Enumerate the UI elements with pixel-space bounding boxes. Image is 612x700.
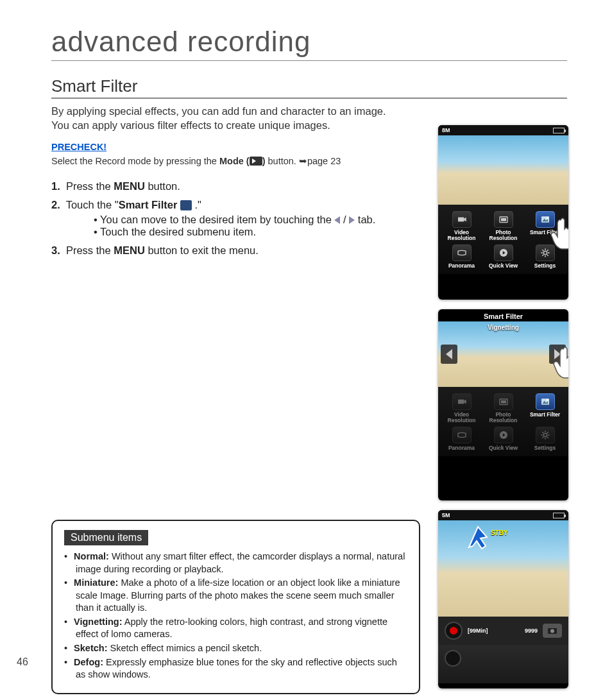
svg-rect-17 (458, 400, 464, 404)
submenu-item: Defog: Expressly emphasize blue tones fo… (64, 656, 407, 681)
svg-rect-0 (458, 218, 464, 222)
step-1: 1. Press the MENU button. (51, 180, 430, 192)
submenu-box: Submenu items Normal: Without any smart … (51, 520, 420, 694)
chevron-right-icon (349, 216, 355, 224)
menu-settings[interactable]: Settings (524, 427, 566, 451)
menu-quick-view[interactable]: Quick View (482, 427, 524, 451)
status-bar: 5M (438, 510, 568, 520)
grip-area (438, 645, 568, 683)
stby-label: STBY (491, 529, 508, 536)
device-screenshot-record: 5M STBY [99Min] 9999 (438, 510, 568, 688)
svg-rect-19 (501, 400, 506, 404)
filter-preview: Vignetting (438, 321, 568, 387)
section-title: Smart Filter (51, 76, 567, 99)
shots-remaining: 9999 (525, 627, 538, 634)
battery-icon (553, 513, 565, 518)
touch-hand-icon (550, 344, 568, 379)
svg-line-33 (547, 432, 548, 433)
svg-marker-34 (469, 527, 487, 549)
control-bar: [99Min] 9999 (438, 617, 568, 645)
chevron-left-icon (334, 216, 340, 224)
smart-filter-icon (180, 200, 192, 210)
mode-icon (250, 157, 262, 166)
secondary-button[interactable] (445, 650, 461, 667)
svg-point-22 (547, 399, 548, 401)
svg-line-14 (547, 254, 548, 255)
svg-line-32 (542, 436, 543, 438)
steps-list: 1. Press the MENU button. 2. Touch the "… (51, 180, 430, 257)
svg-line-15 (542, 254, 543, 255)
chapter-title: advanced recording (51, 26, 567, 61)
device-screenshot-menu: 8M Video Resolution Photo Resolution Sma… (438, 125, 568, 300)
submenu-item: Sketch: Sketch effect mimics a pencil sk… (64, 642, 407, 655)
svg-line-31 (547, 436, 548, 438)
touch-hand-icon (548, 215, 568, 250)
submenu-heading: Submenu items (64, 530, 148, 545)
prev-filter-button[interactable] (441, 345, 457, 364)
submenu-item: Vignetting: Apply the retro-looking colo… (64, 616, 407, 641)
svg-rect-2 (501, 218, 506, 221)
menu-panorama[interactable]: Panorama (441, 427, 482, 451)
intro-text: By applying special effects, you can add… (51, 104, 443, 133)
preview-image (438, 135, 568, 205)
menu-quick-view[interactable]: Quick View (482, 244, 524, 269)
menu-photo-resolution[interactable]: Photo Resolution (482, 211, 524, 242)
svg-line-13 (542, 250, 543, 251)
submenu-item: Normal: Without any smart filter effect,… (64, 551, 407, 576)
step-2: 2. Touch the "Smart Filter ." • You can … (51, 199, 430, 238)
status-bar: 8M (438, 125, 568, 135)
battery-icon (553, 128, 565, 133)
menu-video-resolution[interactable]: Video Resolution (441, 393, 482, 424)
device-screenshot-smartfilter: Smart Filter Vignetting Video Resolution… (438, 309, 568, 500)
record-button[interactable] (445, 622, 463, 640)
menu-panorama[interactable]: Panorama (441, 244, 482, 269)
menu-video-resolution[interactable]: Video Resolution (441, 211, 482, 242)
svg-line-30 (542, 432, 543, 433)
svg-point-25 (543, 433, 547, 436)
cursor-arrow-icon (466, 524, 492, 550)
menu-grid: Video Resolution Photo Resolution Smart … (438, 387, 568, 456)
menu-smart-filter[interactable]: Smart Filter (524, 393, 566, 424)
menu-photo-resolution[interactable]: Photo Resolution (482, 393, 524, 424)
submenu-item: Miniature: Make a photo of a life-size l… (64, 577, 407, 615)
current-filter-label: Vignetting (438, 324, 568, 331)
step-3: 3. Press the MENU button to exit the men… (51, 244, 430, 257)
svg-point-8 (543, 251, 547, 254)
preview-image: STBY (438, 520, 568, 617)
time-remaining: [99Min] (468, 627, 488, 634)
page-number: 46 (17, 656, 28, 668)
svg-point-36 (550, 629, 554, 633)
submenu-list: Normal: Without any smart filter effect,… (64, 551, 407, 681)
smart-filter-title: Smart Filter (438, 309, 568, 321)
capture-button[interactable] (543, 624, 562, 638)
